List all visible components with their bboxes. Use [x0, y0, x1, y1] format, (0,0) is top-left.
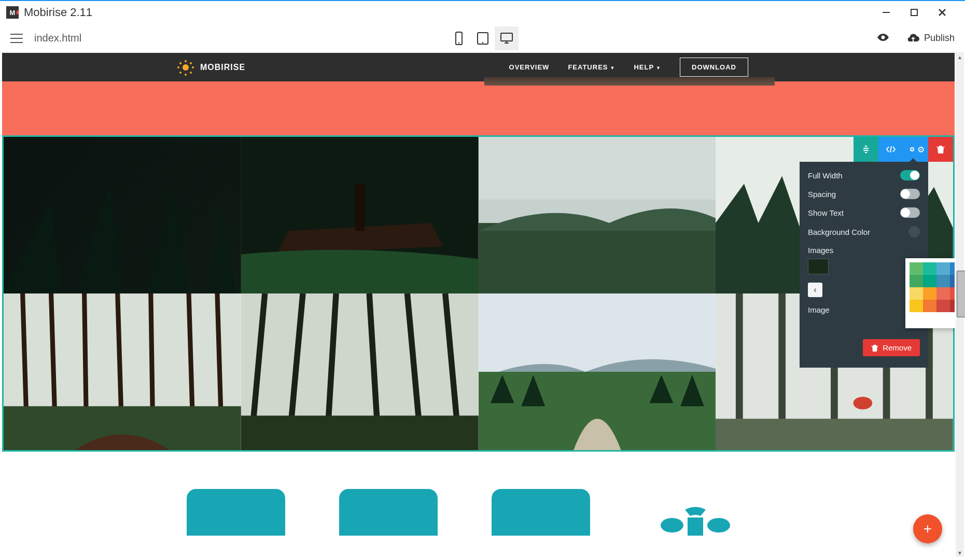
hero-image-slice — [484, 77, 775, 86]
app-icon: M — [6, 6, 19, 19]
gallery-tile[interactable] — [241, 137, 479, 293]
svg-rect-45 — [716, 419, 953, 450]
nav-download-button[interactable]: DOWNLOAD — [680, 58, 748, 77]
pager-prev-button[interactable]: ‹ — [808, 283, 822, 297]
cloud-upload-icon — [906, 33, 920, 44]
color-swatch[interactable] — [923, 287, 936, 300]
toggle-full-width[interactable] — [900, 170, 920, 180]
images-thumbnails — [808, 259, 920, 274]
app-title: Mobirise 2.11 — [24, 6, 92, 19]
features-icons-row — [2, 468, 955, 536]
window-maximize-button[interactable] — [908, 6, 920, 19]
setting-show-text-label: Show Text — [808, 208, 844, 217]
svg-point-7 — [482, 41, 483, 43]
color-swatch[interactable] — [910, 300, 923, 312]
svg-point-11 — [881, 35, 885, 39]
image-thumbnail[interactable] — [808, 259, 829, 274]
scrollbar-up-button[interactable]: ▲ — [956, 53, 964, 61]
svg-rect-50 — [688, 517, 703, 536]
device-tablet-button[interactable] — [471, 26, 495, 50]
feature-icon — [187, 489, 285, 536]
feature-icon — [656, 489, 734, 536]
nav-help[interactable]: HELP▼ — [634, 63, 661, 71]
device-mobile-button[interactable] — [447, 26, 471, 50]
svg-rect-36 — [241, 416, 479, 450]
window-titlebar: M Mobirise 2.11 — [0, 0, 965, 24]
vertical-scrollbar[interactable]: ▲ ▼ — [956, 53, 964, 557]
nav-features[interactable]: FEATURES▼ — [568, 63, 615, 71]
setting-full-width-label: Full Width — [808, 171, 843, 180]
gallery-tile[interactable] — [4, 137, 241, 293]
svg-rect-18 — [479, 137, 716, 200]
filename-label: index.html — [34, 32, 81, 44]
gallery-tile[interactable] — [479, 137, 716, 293]
remove-image-button[interactable]: Remove — [863, 339, 920, 356]
publish-label: Publish — [924, 33, 955, 44]
device-desktop-button[interactable] — [495, 26, 519, 50]
color-swatch[interactable] — [936, 287, 950, 300]
color-swatch[interactable] — [910, 262, 923, 275]
window-minimize-button[interactable] — [880, 6, 892, 19]
svg-point-5 — [458, 42, 459, 44]
feature-icon — [339, 489, 438, 536]
toggle-spacing[interactable] — [900, 189, 920, 199]
color-swatch[interactable] — [936, 300, 950, 312]
svg-point-46 — [854, 397, 873, 409]
svg-point-49 — [707, 518, 730, 533]
preview-button[interactable] — [876, 33, 890, 44]
color-swatch[interactable] — [950, 287, 955, 300]
gallery-block[interactable]: ⚙ Full Width Spacing Show Text Backgroun… — [2, 135, 955, 452]
images-pager: ‹ — [808, 283, 920, 297]
brand-text[interactable]: MOBIRISE — [200, 63, 245, 72]
block-action-toolbar: ⚙ — [854, 137, 953, 162]
scrollbar-thumb[interactable] — [957, 271, 965, 317]
svg-rect-15 — [355, 184, 364, 231]
color-swatch[interactable] — [923, 275, 936, 287]
sun-icon — [178, 60, 193, 75]
svg-point-48 — [661, 518, 683, 533]
add-block-fab[interactable]: + — [913, 514, 942, 543]
gallery-tile[interactable] — [4, 293, 241, 450]
setting-bg-color-label: Background Color — [808, 228, 870, 236]
color-picker-popover: #553982 More > — [905, 258, 955, 328]
color-swatch[interactable] — [923, 262, 936, 275]
block-settings-panel: Full Width Spacing Show Text Background … — [800, 162, 928, 368]
svg-rect-8 — [501, 33, 512, 41]
bg-color-swatch-button[interactable] — [908, 226, 920, 237]
color-swatch[interactable] — [910, 275, 923, 287]
feature-icon — [492, 489, 590, 536]
editor-toolbar: index.html Publish — [0, 24, 965, 53]
color-more-link[interactable]: More > — [910, 315, 955, 323]
menu-button[interactable] — [10, 34, 23, 43]
color-swatch[interactable] — [910, 287, 923, 300]
scrollbar-down-button[interactable]: ▼ — [956, 549, 964, 557]
svg-rect-1 — [911, 9, 917, 16]
setting-image-label: Image — [808, 305, 920, 314]
color-swatches-grid — [910, 262, 955, 312]
color-swatch[interactable] — [950, 300, 955, 312]
block-delete-button[interactable] — [928, 137, 953, 162]
gallery-tile[interactable] — [479, 293, 716, 450]
block-code-button[interactable] — [878, 137, 903, 162]
toggle-show-text[interactable] — [900, 207, 920, 218]
color-swatch[interactable] — [936, 275, 950, 287]
block-move-button[interactable] — [854, 137, 878, 162]
color-swatch[interactable] — [923, 300, 936, 312]
setting-images-label: Images — [808, 246, 920, 255]
svg-line-47 — [890, 146, 891, 152]
svg-rect-17 — [479, 223, 716, 293]
preview-navbar: MOBIRISE OVERVIEW FEATURES▼ HELP▼ DOWNLO… — [2, 53, 955, 81]
color-swatch[interactable] — [950, 275, 955, 287]
setting-spacing-label: Spacing — [808, 190, 836, 199]
publish-button[interactable]: Publish — [906, 33, 955, 44]
nav-overview[interactable]: OVERVIEW — [509, 63, 550, 71]
color-swatch[interactable] — [936, 262, 950, 275]
hero-band — [2, 81, 955, 135]
window-close-button[interactable] — [936, 6, 948, 19]
color-swatch[interactable] — [950, 262, 955, 275]
gallery-tile[interactable] — [241, 293, 479, 450]
canvas: MOBIRISE OVERVIEW FEATURES▼ HELP▼ DOWNLO… — [2, 53, 955, 557]
trash-icon — [871, 344, 878, 352]
